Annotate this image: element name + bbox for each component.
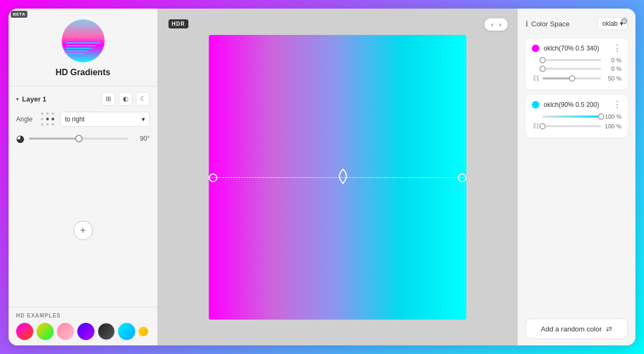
layer-moon-icon[interactable]: ☾ bbox=[136, 92, 150, 106]
examples-label: HD EXAMPLES bbox=[16, 313, 150, 319]
logo-line-1 bbox=[66, 42, 100, 44]
gradient-stop-right[interactable] bbox=[458, 174, 466, 182]
color-value-2: oklch(90% 0.5 200) bbox=[544, 101, 609, 109]
shuffle-icon: ⇄ bbox=[606, 324, 612, 333]
gradient-canvas[interactable] bbox=[209, 35, 466, 320]
slider-1a[interactable] bbox=[543, 59, 601, 61]
slider-fill-2a bbox=[543, 115, 601, 118]
slider-thumb-2b[interactable] bbox=[539, 123, 546, 129]
slider-value-2b: 100 % bbox=[604, 123, 621, 129]
color-dot-2[interactable] bbox=[532, 101, 539, 109]
logo-line-3 bbox=[66, 48, 92, 49]
color-stop-1: oklch(70% 0.5 340) ⋮ 0 % 0 % bbox=[525, 39, 628, 90]
example-circle-5[interactable] bbox=[98, 323, 115, 340]
example-circle-4[interactable] bbox=[77, 323, 94, 340]
color-space-label: Color Space bbox=[531, 20, 594, 28]
direction-chevron-icon: ▾ bbox=[142, 115, 145, 123]
slider-value-1a: 0 % bbox=[604, 57, 621, 63]
dot-5-center bbox=[46, 118, 49, 120]
angle-pie-icon: ◕ bbox=[16, 133, 25, 145]
slider-value-2a: 100 % bbox=[604, 113, 621, 120]
dot-8 bbox=[46, 123, 49, 126]
dot-9 bbox=[52, 123, 54, 126]
slider-fill-1c bbox=[543, 77, 572, 80]
angle-row: Angle to right ▾ bbox=[16, 111, 150, 127]
slider-row-1c: ⛓ 50 % bbox=[532, 74, 621, 82]
slider-row-1a: 0 % bbox=[532, 57, 621, 63]
gear-icon[interactable]: ⚙ bbox=[620, 16, 628, 26]
color-stop-2-header: oklch(90% 0.5 200) ⋮ bbox=[532, 100, 621, 109]
slider-value-1c: 50 % bbox=[604, 75, 621, 82]
add-stop-button[interactable]: + bbox=[74, 221, 93, 240]
sidebar-header: HD Gradients bbox=[9, 9, 157, 86]
direction-select[interactable]: to right ▾ bbox=[60, 112, 150, 127]
example-circle-7[interactable] bbox=[138, 327, 148, 336]
canvas-area: HDR ‹ › bbox=[158, 9, 517, 345]
slider-thumb-1b[interactable] bbox=[539, 66, 546, 72]
layer-header: ▾ Layer 1 ⊞ ◐ ☾ bbox=[16, 92, 150, 106]
link-icon-2: ⛓ bbox=[532, 122, 539, 130]
app-logo bbox=[62, 19, 105, 62]
nav-next-icon[interactable]: › bbox=[498, 20, 502, 28]
slider-2b[interactable] bbox=[543, 125, 601, 127]
angle-slider-fill bbox=[29, 138, 79, 140]
layer-title-row: ▾ Layer 1 bbox=[16, 95, 47, 103]
nav-arrows: ‹ › bbox=[485, 18, 508, 31]
main-container: BETA HD Gradients ▾ Layer 1 bbox=[9, 9, 635, 345]
logo-line-2 bbox=[66, 45, 96, 46]
direction-value: to right bbox=[65, 115, 85, 123]
color-dot-1[interactable] bbox=[532, 45, 539, 52]
logo-line-4 bbox=[66, 50, 88, 52]
more-options-1[interactable]: ⋮ bbox=[613, 44, 621, 53]
dot-grid[interactable] bbox=[40, 111, 56, 127]
logo-line-5 bbox=[66, 53, 84, 54]
examples-row bbox=[16, 323, 150, 340]
layer-grid-icon[interactable]: ⊞ bbox=[101, 92, 115, 106]
angle-slider-thumb[interactable] bbox=[75, 135, 83, 142]
angle-label: Angle bbox=[16, 115, 35, 123]
midpoint-icon bbox=[335, 168, 351, 184]
slider-1c[interactable] bbox=[543, 77, 601, 80]
angle-value: 90° bbox=[133, 135, 150, 142]
dot-4 bbox=[41, 118, 43, 120]
beta-badge: BETA bbox=[11, 11, 27, 18]
color-value-1: oklch(70% 0.5 340) bbox=[544, 45, 609, 52]
dot-1 bbox=[41, 112, 43, 115]
logo-lines bbox=[66, 42, 100, 56]
dot-2 bbox=[46, 112, 49, 115]
color-space-row: ℹ Color Space oklab ▾ bbox=[525, 17, 628, 30]
slider-2a[interactable] bbox=[543, 115, 601, 118]
slider-value-1b: 0 % bbox=[604, 66, 621, 72]
spacer bbox=[525, 143, 628, 319]
add-random-color-button[interactable]: Add a random color ⇄ bbox=[525, 319, 628, 339]
slider-thumb-2a[interactable] bbox=[598, 113, 604, 120]
info-icon[interactable]: ℹ bbox=[525, 19, 528, 28]
color-stop-2: oklch(90% 0.5 200) ⋮ 100 % ⛓ 100 % bbox=[525, 95, 628, 138]
example-circle-3[interactable] bbox=[57, 323, 74, 340]
angle-slider-row: ◕ 90° bbox=[16, 133, 150, 145]
layer-icons: ⊞ ◐ ☾ bbox=[101, 92, 150, 106]
color-space-value: oklab bbox=[602, 20, 618, 27]
dot-3 bbox=[52, 112, 54, 115]
example-circle-1[interactable] bbox=[16, 323, 33, 340]
layer-chevron-icon[interactable]: ▾ bbox=[16, 96, 19, 102]
examples-section: HD EXAMPLES bbox=[9, 307, 157, 345]
layer-circle-icon[interactable]: ◐ bbox=[119, 92, 133, 106]
sidebar: BETA HD Gradients ▾ Layer 1 bbox=[9, 9, 158, 345]
slider-1b[interactable] bbox=[543, 68, 601, 70]
slider-row-1b: 0 % bbox=[532, 66, 621, 72]
slider-thumb-1a[interactable] bbox=[539, 57, 546, 63]
slider-thumb-1c[interactable] bbox=[569, 75, 575, 82]
slider-row-2a: 100 % bbox=[532, 113, 621, 120]
example-circle-6[interactable] bbox=[118, 323, 135, 340]
dot-7 bbox=[41, 123, 43, 126]
angle-slider-track[interactable] bbox=[29, 138, 128, 140]
dot-6-right bbox=[52, 118, 54, 120]
gradient-midpoint[interactable] bbox=[335, 168, 351, 186]
nav-prev-icon[interactable]: ‹ bbox=[490, 20, 494, 28]
add-stop-area: + bbox=[9, 154, 157, 307]
gradient-stop-left[interactable] bbox=[209, 174, 217, 182]
example-circle-2[interactable] bbox=[36, 323, 54, 340]
more-options-2[interactable]: ⋮ bbox=[613, 100, 621, 109]
link-icon-1: ⛓ bbox=[532, 74, 539, 82]
